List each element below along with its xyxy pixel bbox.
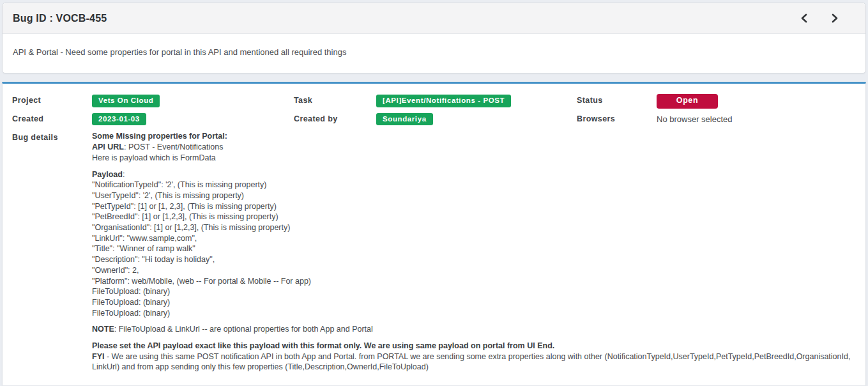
task-label: Task [294,94,376,105]
note-line: NOTE: FileToUpload & LinkUrl -- are opti… [92,324,855,335]
created-by-badge: Soundariya [376,113,433,126]
created-date-badge: 2023-01-03 [92,113,146,126]
chevron-left-icon [800,13,808,23]
payload-paragraph: Payload: "NotificationTypeId": '2', (Thi… [92,169,855,319]
created-by-value-cell: Soundariya [376,112,577,126]
project-value-cell: Vets On Cloud [92,94,294,107]
browsers-value-cell: No browser selected [657,112,856,125]
payload-body: "NotificationTypeId": '2', (This is miss… [92,180,855,318]
payload-colon: : [123,170,125,179]
bug-summary-text: API & Portal - Need some properties for … [13,47,855,57]
details-heading: Some Missing properties for Portal: [92,131,855,142]
status-button[interactable]: Open [657,94,718,109]
details-intro-paragraph: Some Missing properties for Portal: API … [92,131,855,163]
bug-details-card: Project Vets On Cloud Task [API]Event/No… [2,82,866,385]
note-text: : FileToUpload & LinkUrl -- are optional… [114,325,373,334]
next-bug-button[interactable] [827,12,842,24]
bug-details-value-cell: Some Missing properties for Portal: API … [92,129,856,373]
project-badge: Vets On Cloud [92,95,160,107]
payload-intro: Here is payload which is FormData [92,153,855,164]
bug-navigation [796,12,842,24]
fyi-text: - We are using this same POST notificati… [92,352,850,372]
payload-instruction: Please set the API payload exact like th… [92,341,855,351]
task-badge: [API]Event/Notifications - POST [376,95,511,107]
bug-detail-page: Bug ID : VOCB-455 API & Portal - Need so… [0,0,868,386]
api-url-line: API URL: POST - Event/Notifications [92,142,855,153]
note-label: NOTE [92,325,114,334]
status-label: Status [577,94,657,105]
browsers-value: No browser selected [657,112,733,124]
bug-header-card: Bug ID : VOCB-455 API & Portal - Need so… [2,3,866,73]
project-label: Project [12,94,92,105]
browsers-label: Browsers [577,112,657,123]
chevron-right-icon [831,13,839,23]
payload-label: Payload [92,170,123,179]
fyi-label: FYI [92,352,104,361]
api-url-label: API URL [92,143,124,151]
instruction-paragraph: Please set the API payload exact like th… [92,341,855,373]
fyi-line: FYI - We are using this same POST notifi… [92,351,855,373]
bug-fields-grid: Project Vets On Cloud Task [API]Event/No… [12,94,856,373]
created-label: Created [12,112,92,123]
bug-details-content: Some Missing properties for Portal: API … [92,131,855,373]
payload-heading-line: Payload: [92,169,855,180]
bug-details-label: Bug details [12,129,92,142]
api-url-value: : POST - Event/Notifications [124,143,223,151]
created-value-cell: 2023-01-03 [92,112,294,126]
note-paragraph: NOTE: FileToUpload & LinkUrl -- are opti… [92,324,855,335]
created-by-label: Created by [294,112,376,123]
task-value-cell: [API]Event/Notifications - POST [376,94,577,107]
status-value-cell: Open [657,94,856,109]
previous-bug-button[interactable] [796,12,812,24]
bug-summary: API & Portal - Need some properties for … [3,34,865,73]
page-title: Bug ID : VOCB-455 [13,13,107,24]
bug-header-bar: Bug ID : VOCB-455 [3,3,865,34]
